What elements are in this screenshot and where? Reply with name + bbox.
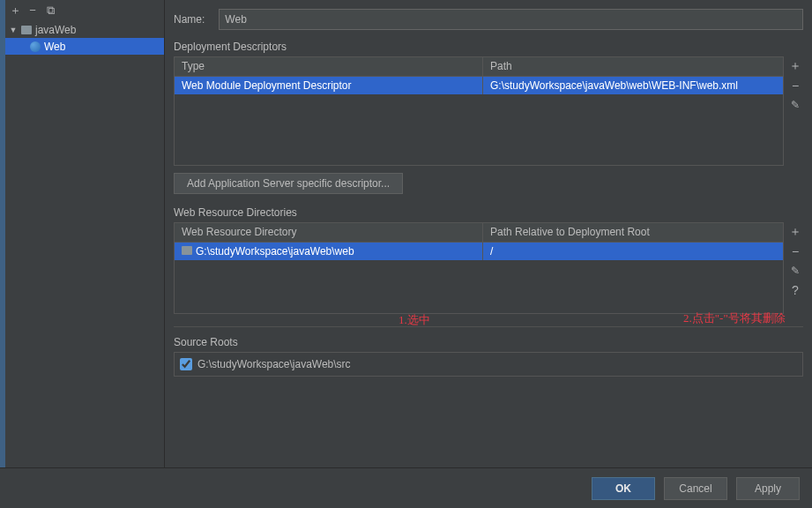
module-tree-panel: ＋ − ⧉ ▼ javaWeb Web: [5, 0, 165, 467]
descriptor-row[interactable]: Web Module Deployment Descriptor G:\stud…: [175, 77, 783, 94]
edit-resource-icon[interactable]: ✎: [787, 261, 803, 280]
cancel-button[interactable]: Cancel: [664, 477, 727, 500]
descriptor-path-cell: G:\studyWorkspace\javaWeb\web\WEB-INF\we…: [483, 77, 783, 94]
apply-button[interactable]: Apply: [736, 477, 800, 500]
dialog-footer: OK Cancel Apply: [0, 467, 812, 508]
remove-descriptor-icon[interactable]: −: [787, 76, 803, 95]
descriptors-col-path: Path: [483, 57, 783, 76]
add-icon[interactable]: ＋: [9, 4, 21, 16]
add-server-descriptor-button[interactable]: Add Application Server specific descript…: [174, 173, 403, 194]
folder-icon: [19, 24, 34, 36]
remove-resource-icon[interactable]: −: [787, 242, 803, 261]
tree-node-web[interactable]: Web: [5, 38, 164, 55]
source-root-row[interactable]: G:\studyWorkspace\javaWeb\src: [180, 358, 797, 370]
descriptors-col-type: Type: [175, 57, 483, 76]
name-label: Name:: [174, 13, 205, 26]
tree-label: javaWeb: [35, 24, 76, 36]
resource-dir-cell: G:\studyWorkspace\javaWeb\web: [175, 243, 483, 260]
resources-col-path: Path Relative to Deployment Root: [483, 223, 783, 242]
source-root-path: G:\studyWorkspace\javaWeb\src: [197, 358, 351, 370]
remove-icon[interactable]: −: [26, 4, 39, 16]
web-facet-icon: [28, 41, 42, 53]
tree-toolbar: ＋ − ⧉: [5, 0, 164, 19]
name-input[interactable]: [219, 9, 803, 30]
add-resource-icon[interactable]: ＋: [787, 222, 803, 242]
chevron-down-icon: ▼: [9, 26, 18, 34]
ok-button[interactable]: OK: [592, 477, 655, 500]
copy-icon[interactable]: ⧉: [44, 4, 56, 16]
folder-icon: [182, 245, 192, 258]
resources-panel: Web Resource Directory Path Relative to …: [174, 222, 803, 314]
descriptors-panel: Type Path Web Module Deployment Descript…: [174, 56, 803, 166]
descriptor-type-cell: Web Module Deployment Descriptor: [175, 77, 483, 94]
tree-node-project[interactable]: ▼ javaWeb: [5, 21, 164, 38]
facet-config-panel: Name: Deployment Descriptors Type Path W…: [165, 0, 812, 467]
source-root-checkbox[interactable]: [180, 358, 192, 370]
source-roots-box: G:\studyWorkspace\javaWeb\src: [174, 352, 803, 377]
add-descriptor-icon[interactable]: ＋: [787, 56, 803, 76]
resources-table: Web Resource Directory Path Relative to …: [174, 222, 784, 314]
resource-row[interactable]: G:\studyWorkspace\javaWeb\web /: [175, 243, 783, 260]
resources-side-buttons: ＋ − ✎ ?: [784, 222, 803, 314]
resources-col-dir: Web Resource Directory: [175, 223, 483, 242]
module-tree: ▼ javaWeb Web: [5, 19, 164, 56]
descriptors-table: Type Path Web Module Deployment Descript…: [174, 56, 784, 166]
resource-path-cell: /: [483, 243, 783, 260]
help-resource-icon[interactable]: ?: [787, 280, 803, 300]
tree-label: Web: [44, 41, 65, 53]
source-roots-title: Source Roots: [174, 336, 803, 348]
resources-title: Web Resource Directories: [174, 206, 803, 219]
separator: [174, 326, 803, 327]
edit-descriptor-icon[interactable]: ✎: [787, 95, 803, 115]
descriptors-side-buttons: ＋ − ✎: [784, 56, 803, 166]
descriptors-title: Deployment Descriptors: [174, 41, 803, 53]
name-row: Name:: [174, 9, 803, 30]
